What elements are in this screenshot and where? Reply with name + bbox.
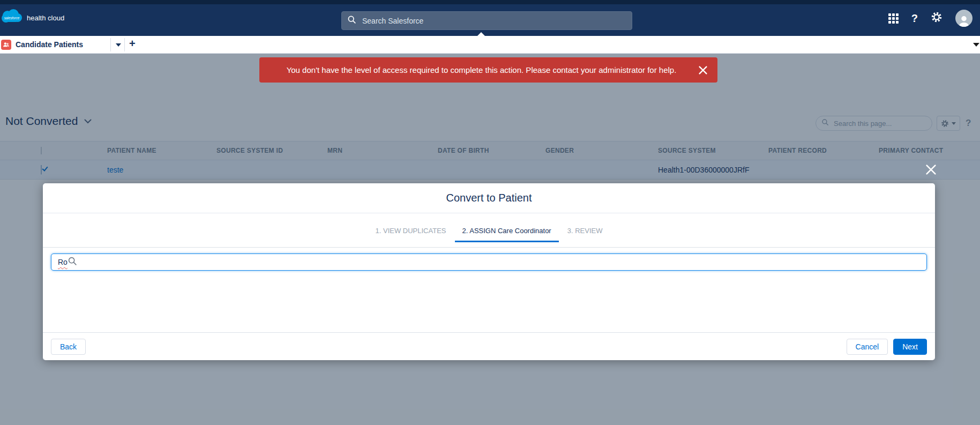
search-popover-caret [477, 32, 485, 36]
app-name-label: health cloud [27, 14, 64, 22]
global-search-input[interactable] [361, 16, 626, 26]
error-toast-message: You don't have the level of access requi… [272, 65, 691, 74]
global-navigation-bar: salesforce health cloud ? [0, 0, 980, 36]
tab-candidate-patients[interactable]: Candidate Patients [0, 36, 83, 53]
tab-divider [110, 38, 111, 51]
modal-title: Convert to Patient [446, 192, 532, 204]
search-icon [68, 256, 77, 268]
step-tab-view-duplicates[interactable]: 1. VIEW DUPLICATES [368, 227, 454, 242]
app-window: salesforce health cloud ? [0, 0, 980, 425]
svg-text:salesforce: salesforce [4, 16, 20, 20]
tab-dropdown-chevron-icon[interactable] [116, 43, 121, 47]
workspace-tab-bar: Candidate Patients + [0, 36, 980, 54]
modal-body: Ro [43, 248, 935, 332]
toast-close-icon[interactable] [697, 64, 709, 76]
salesforce-logo-icon: salesforce [1, 9, 23, 26]
window-top-strip [0, 0, 980, 4]
step-tab-assign-care-coordinator[interactable]: 2. ASSIGN Care Coordinator [455, 227, 559, 242]
modal-close-icon[interactable] [924, 162, 938, 177]
next-button[interactable]: Next [893, 339, 927, 355]
setup-gear-icon[interactable] [931, 11, 942, 25]
help-icon[interactable]: ? [911, 13, 918, 24]
tab-divider [124, 38, 125, 51]
tab-label: Candidate Patients [16, 40, 83, 49]
back-button[interactable]: Back [51, 339, 86, 355]
cancel-button[interactable]: Cancel [847, 339, 888, 355]
search-icon [347, 15, 356, 26]
step-tab-review[interactable]: 3. REVIEW [560, 227, 610, 242]
tabbar-overflow-chevron-icon[interactable] [973, 43, 979, 47]
add-tab-plus-icon[interactable]: + [129, 38, 136, 50]
modal-footer: Back Cancel Next [43, 332, 935, 360]
app-launcher-icon[interactable] [888, 13, 899, 24]
user-avatar[interactable] [955, 10, 972, 27]
convert-to-patient-modal: Convert to Patient 1. VIEW DUPLICATES 2.… [43, 183, 935, 360]
care-coordinator-search-value: Ro [58, 258, 68, 266]
modal-step-tabs: 1. VIEW DUPLICATES 2. ASSIGN Care Coordi… [43, 213, 935, 248]
error-toast: You don't have the level of access requi… [259, 57, 717, 83]
global-search-box [341, 11, 632, 30]
care-coordinator-search-input[interactable]: Ro [51, 253, 927, 271]
modal-header: Convert to Patient [43, 183, 935, 213]
candidate-patients-object-icon [1, 40, 11, 50]
